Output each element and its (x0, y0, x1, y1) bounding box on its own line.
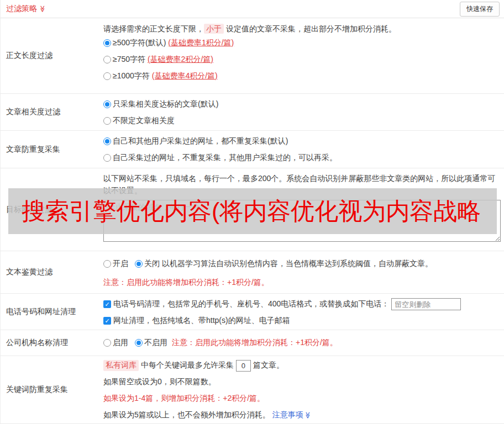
row-label: 电话号码和网址清理 (1, 307, 103, 317)
private-thesaurus-tag[interactable]: 私有词库 (103, 360, 139, 371)
row-label: 关键词防重复采集 (1, 385, 103, 395)
row-label: 正文长度过滤 (1, 51, 103, 61)
topbar: 过滤策略 ≫ 快速保存 (1, 0, 504, 18)
radio-option-1000: ≥1000字符 (基础费率4积分/篇) (103, 68, 500, 84)
radio-1000-chars[interactable] (103, 72, 111, 80)
radio-dedupe-self-only[interactable] (103, 154, 111, 162)
row-label: 文本鉴黄过滤 (1, 267, 103, 277)
overlay-banner: 搜索引擎优化内容(将内容优化视为内容战略 (8, 188, 497, 234)
radio-option-dedupe-self: 自己采集过的网址，不重复采集，其他用户采集过的，可以再采。 (103, 150, 500, 166)
overlay-banner-text: 搜索引擎优化内容(将内容优化视为内容战略 (8, 195, 481, 227)
fee-rate-link-2[interactable]: (基础费率2积分/篇) (148, 55, 213, 65)
radio-company-clean-disable[interactable] (135, 339, 143, 347)
radio-750-chars[interactable] (103, 56, 111, 63)
radio-porn-filter-off[interactable] (135, 260, 143, 268)
radio-relevant-only[interactable] (103, 100, 111, 108)
row-article-length-filter: 正文长度过滤 请选择需求的正文长度下限，小于 设定值的文章不采集，超出部分不增加… (1, 18, 504, 94)
row-label: 公司机构名称清理 (1, 338, 103, 348)
checkbox-phone-clean[interactable]: ✓ (103, 300, 111, 308)
company-clean-options: 启用 不启用 注意：启用此功能将增加积分消耗：+1积分/篇。 (103, 335, 500, 351)
keyword-note-five-plus: 如果设为5篇或以上，也不会额外增加积分消耗。 注意事项 ≫ (103, 407, 500, 423)
chevron-down-icon: ≫ (305, 412, 311, 419)
keyword-limit-line: 私有词库 中每个关键词最多允许采集 篇文章。 (103, 357, 500, 374)
row-label: 文章相关度过滤 (1, 107, 103, 117)
less-than-tag: 小于 (204, 24, 224, 34)
radio-option-no-limit-relevance: 不限定文章相关度 (103, 113, 500, 129)
row-label: 文章防重复采集 (1, 145, 103, 155)
radio-500-chars[interactable] (103, 39, 111, 47)
url-clean-option: ✓ 网址清理，包括纯域名、带http(s)的网址、电子邮箱 (103, 312, 500, 329)
row-porn-filter: 文本鉴黄过滤 开启 关闭 以机器学习算法自动识别色情内容，当色情概率达到系统阈值… (1, 251, 504, 294)
chevron-down-icon: ≫ (39, 6, 46, 13)
porn-filter-options: 开启 关闭 以机器学习算法自动识别色情内容，当色情概率达到系统阈值，自动屏蔽文章… (103, 256, 500, 272)
keyword-max-count-input[interactable] (236, 360, 251, 372)
radio-no-limit-relevance[interactable] (103, 117, 111, 125)
radio-porn-filter-on[interactable] (103, 260, 111, 268)
row-phone-url-cleaning: 电话号码和网址清理 ✓ 电话号码清理，包括常见的手机号、座机号、400电话格式，… (1, 294, 504, 330)
keyword-note-unlimited: 如果留空或设为0，则不限篇数。 (103, 374, 500, 390)
notice-items-link[interactable]: 注意事项 ≫ (272, 410, 312, 420)
keyword-note-extra-cost: 如果设为1-4篇，则增加积分消耗：+2积分/篇。 (103, 390, 500, 407)
replacement-phone-input[interactable] (391, 298, 461, 310)
row-company-name-cleaning: 公司机构名称清理 启用 不启用 注意：启用此功能将增加积分消耗：+1积分/篇。 (1, 330, 504, 356)
fee-rate-link-1[interactable]: (基础费率1积分/篇) (168, 38, 234, 48)
row-relevance-filter: 文章相关度过滤 只采集相关度达标的文章(默认) 不限定文章相关度 (1, 94, 504, 131)
filter-strategy-page: 过滤策略 ≫ 快速保存 正文长度过滤 请选择需求的正文长度下限，小于 设定值的文… (0, 0, 504, 424)
radio-option-750: ≥750字符 (基础费率2积分/篇) (103, 51, 500, 68)
radio-option-dedupe-all: 自己和其他用户采集过的网址，都不重复采集(默认) (103, 133, 500, 150)
checkbox-url-clean[interactable]: ✓ (103, 317, 111, 325)
row-anti-duplicate: 文章防重复采集 自己和其他用户采集过的网址，都不重复采集(默认) 自己采集过的网… (1, 131, 504, 168)
radio-dedupe-all-users[interactable] (103, 137, 111, 145)
quick-save-button[interactable]: 快速保存 (460, 2, 500, 17)
length-filter-description: 请选择需求的正文长度下限，小于 设定值的文章不采集，超出部分不增加积分消耗。 (103, 23, 500, 35)
radio-company-clean-enable[interactable] (103, 339, 111, 347)
company-clean-cost-note: 注意：启用此功能将增加积分消耗：+1积分/篇。 (172, 338, 338, 348)
section-title: 过滤策略 (6, 4, 37, 14)
row-keyword-anti-duplicate: 关键词防重复采集 私有词库 中每个关键词最多允许采集 篇文章。 如果留空或设为0… (1, 356, 504, 424)
porn-filter-cost-note: 注意：启用此功能将增加积分消耗：+1积分/篇。 (103, 274, 500, 291)
fee-rate-link-3[interactable]: (基础费率4积分/篇) (152, 71, 218, 81)
phone-clean-option: ✓ 电话号码清理，包括常见的手机号、座机号、400电话格式，或替换成如下电话： (103, 296, 500, 312)
porn-filter-description: 以机器学习算法自动识别色情内容，当色情概率达到系统阈值，自动屏蔽文章。 (160, 259, 433, 269)
section-toggle-filter-strategy[interactable]: 过滤策略 ≫ (6, 4, 46, 14)
radio-option-500: ≥500字符(默认) (基础费率1积分/篇) (103, 35, 500, 51)
radio-option-relevant-only: 只采集相关度达标的文章(默认) (103, 96, 500, 113)
